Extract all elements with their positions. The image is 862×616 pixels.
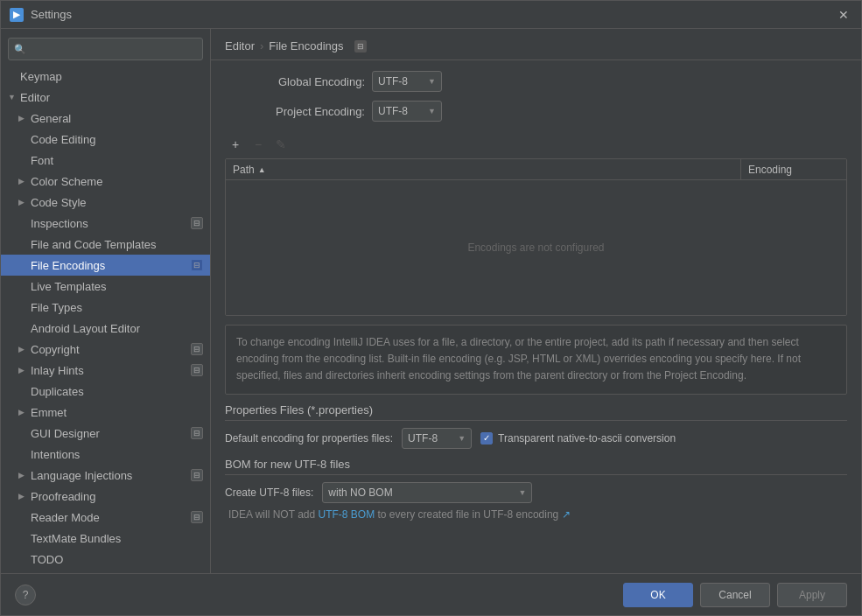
sidebar-item-reader-mode[interactable]: Reader Mode ⊟ xyxy=(1,507,210,528)
sidebar-item-live-templates[interactable]: Live Templates xyxy=(1,276,210,297)
project-encoding-value: UTF-8 xyxy=(378,105,408,117)
breadcrumb-settings-icon: ⊟ xyxy=(354,40,367,52)
bom-link[interactable]: UTF-8 BOM xyxy=(318,508,375,521)
sidebar-item-label: Keymap xyxy=(20,70,62,83)
global-encoding-value: UTF-8 xyxy=(378,75,408,88)
encoding-column-header[interactable]: Encoding xyxy=(741,159,846,179)
sidebar-item-intentions[interactable]: Intentions xyxy=(1,444,210,465)
properties-section-title: Properties Files (*.properties) xyxy=(225,403,847,421)
sidebar-item-label: Code Style xyxy=(31,196,87,209)
sidebar-item-font[interactable]: Font xyxy=(1,150,210,171)
sidebar-item-proofreading[interactable]: ▶ Proofreading xyxy=(1,486,210,507)
sidebar-item-inspections[interactable]: Inspections ⊟ xyxy=(1,213,210,234)
breadcrumb-separator: › xyxy=(260,39,263,52)
sidebar-item-file-types[interactable]: File Types xyxy=(1,297,210,318)
table-toolbar: + − ✎ xyxy=(225,130,847,158)
remove-button[interactable]: − xyxy=(248,134,269,155)
sidebar-item-label: File Types xyxy=(31,301,82,314)
sidebar-item-duplicates[interactable]: Duplicates xyxy=(1,381,210,402)
settings-badge: ⊟ xyxy=(191,364,203,376)
sidebar-item-label: TextMate Bundles xyxy=(31,532,121,545)
help-button[interactable]: ? xyxy=(15,584,36,606)
close-button[interactable]: ✕ xyxy=(835,6,852,24)
sidebar-item-label: Proofreading xyxy=(31,490,95,503)
encoding-header-label: Encoding xyxy=(748,164,792,176)
sidebar-item-general[interactable]: ▶ General xyxy=(1,108,210,129)
settings-badge: ⊟ xyxy=(191,343,203,355)
table-header: Path ▲ Encoding xyxy=(226,159,846,180)
global-encoding-dropdown[interactable]: UTF-8 ▼ xyxy=(372,71,442,92)
sidebar-item-keymap[interactable]: Keymap xyxy=(1,66,210,87)
sidebar-item-label: Inlay Hints xyxy=(31,364,84,377)
sidebar-item-textmate-bundles[interactable]: TextMate Bundles xyxy=(1,528,210,549)
sidebar-item-color-scheme[interactable]: ▶ Color Scheme xyxy=(1,171,210,192)
properties-encoding-dropdown[interactable]: UTF-8 ▼ xyxy=(402,428,472,449)
app-icon: ▶ xyxy=(10,8,24,22)
add-button[interactable]: + xyxy=(225,134,246,155)
settings-badge: ⊟ xyxy=(191,427,203,439)
chevron-icon: ▶ xyxy=(18,366,29,374)
sidebar-item-language-injections[interactable]: ▶ Language Injections ⊟ xyxy=(1,465,210,486)
transparent-checkbox[interactable]: ✓ xyxy=(480,432,493,444)
sidebar-item-gui-designer[interactable]: GUI Designer ⊟ xyxy=(1,423,210,444)
chevron-down-icon: ▼ xyxy=(428,107,436,116)
path-header-label: Path xyxy=(233,164,255,176)
search-box[interactable]: 🔍 xyxy=(8,38,203,60)
sidebar-item-label: General xyxy=(31,112,71,125)
apply-button[interactable]: Apply xyxy=(777,583,847,607)
sidebar-item-code-style[interactable]: ▶ Code Style xyxy=(1,192,210,213)
search-input[interactable] xyxy=(30,43,197,55)
sidebar-item-label: Color Scheme xyxy=(31,175,102,188)
chevron-down-icon: ▼ xyxy=(518,488,526,497)
sidebar-item-label: Reader Mode xyxy=(31,511,100,524)
sidebar-item-label: File and Code Templates xyxy=(31,238,157,251)
breadcrumb-parent: Editor xyxy=(225,39,255,52)
create-utf8-label: Create UTF-8 files: xyxy=(225,486,313,499)
ok-button[interactable]: OK xyxy=(623,583,693,607)
global-encoding-label: Global Encoding: xyxy=(225,75,365,88)
bom-section: BOM for new UTF-8 files Create UTF-8 fil… xyxy=(225,458,847,521)
chevron-down-icon: ▼ xyxy=(428,77,436,86)
sidebar-item-emmet[interactable]: ▶ Emmet xyxy=(1,402,210,423)
settings-badge: ⊟ xyxy=(191,511,203,523)
bom-create-dropdown[interactable]: with NO BOM ▼ xyxy=(322,482,532,503)
sidebar-item-label: GUI Designer xyxy=(31,427,100,440)
sidebar-item-label: Emmet xyxy=(31,406,67,419)
breadcrumb: Editor › File Encodings ⊟ xyxy=(225,39,847,52)
chevron-icon: ▶ xyxy=(18,177,29,186)
sidebar-item-label: Font xyxy=(31,154,53,167)
transparent-checkbox-label: Transparent native-to-ascii conversion xyxy=(498,432,676,444)
sidebar-item-android-layout-editor[interactable]: Android Layout Editor xyxy=(1,318,210,339)
info-box: To change encoding IntelliJ IDEA uses fo… xyxy=(225,325,847,395)
sidebar-item-copyright[interactable]: ▶ Copyright ⊟ xyxy=(1,339,210,360)
path-column-header[interactable]: Path ▲ xyxy=(226,159,741,179)
main-content: Editor › File Encodings ⊟ Global Encodin… xyxy=(211,29,861,573)
sidebar: 🔍 Keymap ▼ Editor ▶ General Code Editing xyxy=(1,29,211,573)
dialog-body: 🔍 Keymap ▼ Editor ▶ General Code Editing xyxy=(1,29,861,573)
sidebar-item-file-code-templates[interactable]: File and Code Templates xyxy=(1,234,210,255)
bom-info-text2: to every created file in UTF-8 encoding xyxy=(375,508,558,521)
sidebar-item-label: Intentions xyxy=(31,448,80,461)
sidebar-item-label: Code Editing xyxy=(31,133,95,146)
info-text: To change encoding IntelliJ IDEA uses fo… xyxy=(236,336,801,382)
sidebar-item-inlay-hints[interactable]: ▶ Inlay Hints ⊟ xyxy=(1,360,210,381)
sidebar-item-editor[interactable]: ▼ Editor xyxy=(1,87,210,108)
chevron-icon: ▶ xyxy=(18,492,29,500)
dialog-footer: ? OK Cancel Apply xyxy=(1,573,861,615)
edit-button[interactable]: ✎ xyxy=(270,134,291,155)
breadcrumb-current: File Encodings xyxy=(269,39,343,52)
sidebar-item-code-editing[interactable]: Code Editing xyxy=(1,129,210,150)
project-encoding-dropdown[interactable]: UTF-8 ▼ xyxy=(372,101,442,122)
encodings-table-section: + − ✎ Path ▲ Encoding xyxy=(225,130,847,316)
chevron-icon: ▶ xyxy=(18,198,29,206)
bom-create-value: with NO BOM xyxy=(328,486,392,499)
sidebar-item-file-encodings[interactable]: File Encodings ⊟ xyxy=(1,255,210,276)
sidebar-item-label: Editor xyxy=(20,91,50,104)
cancel-button[interactable]: Cancel xyxy=(700,583,770,607)
settings-dialog: ▶ Settings ✕ 🔍 Keymap ▼ Editor ▶ General xyxy=(0,0,862,616)
sidebar-item-label: Duplicates xyxy=(31,385,84,398)
title-bar: ▶ Settings ✕ xyxy=(1,1,861,29)
properties-section: Properties Files (*.properties) Default … xyxy=(225,403,847,449)
sidebar-item-label: File Encodings xyxy=(31,259,105,272)
sidebar-item-todo[interactable]: TODO xyxy=(1,549,210,570)
